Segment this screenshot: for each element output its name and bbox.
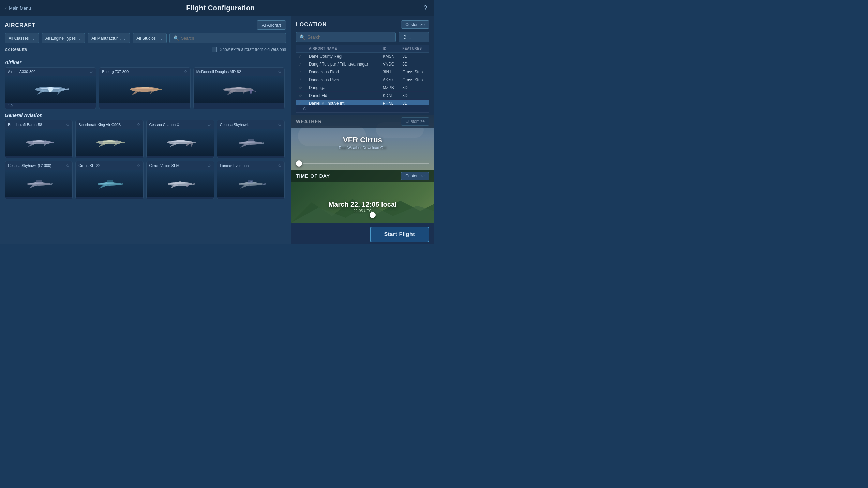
aircraft-card-lancair[interactable]: Lancair Evolution ☆	[217, 161, 285, 199]
airport-star-icon[interactable]: ☆	[299, 62, 302, 66]
tod-customize-button[interactable]: Customize	[401, 172, 429, 180]
back-label[interactable]: Main Menu	[9, 5, 31, 11]
airport-star-cell[interactable]: ☆	[296, 100, 306, 105]
airport-star-icon[interactable]: ☆	[299, 70, 302, 74]
engine-filter-label: All Engine Types	[45, 36, 76, 41]
aircraft-card-citx-header: Cessna Citation X ☆	[147, 120, 214, 129]
aircraft-card-sf50[interactable]: Cirrus Vision SF50 ☆	[146, 161, 214, 199]
aircraft-card-baron58[interactable]: Beechcraft Baron 58 ☆	[5, 120, 73, 158]
aircraft-search-box[interactable]: 🔍	[169, 33, 286, 43]
aircraft-card-c90b-star[interactable]: ☆	[137, 122, 140, 127]
tod-section-header: TIME OF DAY Customize	[291, 170, 434, 182]
airport-star-cell[interactable]: ☆	[296, 76, 306, 84]
aircraft-card-sf50-footer	[147, 197, 214, 199]
airport-table-body: ☆ Dane County Regl KMSN 3D ☆ Dang / Tuls…	[296, 53, 429, 105]
aircraft-card-citx[interactable]: Cessna Citation X ☆	[146, 120, 214, 158]
aircraft-card-baron58-footer	[5, 156, 72, 158]
airport-features-cell: 3D	[400, 92, 429, 100]
airport-table-row[interactable]: ☆ Daniel Fld KDNL 3D	[296, 92, 429, 100]
aircraft-card-lancair-star[interactable]: ☆	[278, 163, 282, 168]
airport-name-cell: Dangerous Field	[306, 68, 380, 76]
airport-table-header-row: AIRPORT NAME ID FEATURES	[296, 45, 429, 53]
location-id-filter[interactable]: ID ⌄	[399, 32, 429, 42]
airport-table-row[interactable]: ☆ Daniel K. Inouye Intl PHNL 3D	[296, 100, 429, 105]
location-customize-button[interactable]: Customize	[401, 20, 429, 29]
airport-star-icon[interactable]: ☆	[299, 86, 302, 90]
extra-aircraft-label: Show extra aircraft from old versions	[220, 47, 286, 52]
aircraft-card-skyhawk[interactable]: Cessna Skyhawk ☆	[217, 120, 285, 158]
svg-rect-62	[248, 180, 253, 183]
aircraft-card-skyhawk-star[interactable]: ☆	[278, 122, 282, 127]
aircraft-card-md82[interactable]: McDonnell Douglas MD-82 ☆	[193, 67, 285, 109]
airport-star-cell[interactable]: ☆	[296, 60, 306, 68]
airport-star-cell[interactable]: ☆	[296, 68, 306, 76]
ai-aircraft-button[interactable]: AI Aircraft	[257, 20, 286, 30]
airport-table-row[interactable]: ☆ Dangerous River AK70 Grass Strip	[296, 76, 429, 84]
aircraft-card-baron58-star[interactable]: ☆	[66, 122, 70, 127]
tod-content: March 22, 12:05 local 22:05 UTC	[291, 201, 434, 213]
studio-filter-label: All Studios	[136, 36, 156, 41]
class-filter-chevron: ⌄	[32, 36, 35, 41]
svg-rect-11	[142, 87, 149, 88]
engine-filter[interactable]: All Engine Types ⌄	[42, 33, 85, 43]
aircraft-card-a330[interactable]: Airbus A330-300 ☆ 1.0	[5, 67, 96, 109]
airport-features-cell: Grass Strip	[400, 76, 429, 84]
results-count: 22 Results	[5, 47, 27, 52]
start-flight-button[interactable]: Start Flight	[370, 227, 429, 242]
airport-star-icon[interactable]: ☆	[299, 54, 302, 58]
class-filter-label: All Classes	[9, 36, 29, 41]
airport-table-row[interactable]: ☆ Dangriga MZPB 3D	[296, 84, 429, 92]
location-search-icon: 🔍	[300, 34, 305, 40]
airport-table-head: AIRPORT NAME ID FEATURES	[296, 45, 429, 53]
aircraft-card-citx-name: Cessna Citation X	[149, 123, 179, 127]
aircraft-card-md82-star[interactable]: ☆	[278, 69, 282, 74]
airport-table-row[interactable]: ☆ Dangerous Field 3IN1 Grass Strip	[296, 68, 429, 76]
aircraft-card-skyhawk-g1000[interactable]: Cessna Skyhawk (G1000) ☆	[5, 161, 73, 199]
back-icon: ‹	[5, 5, 7, 11]
aircraft-scroll[interactable]: Airliner Airbus A330-300 ☆	[5, 57, 286, 240]
aircraft-card-lancair-header: Lancair Evolution ☆	[217, 161, 284, 170]
aircraft-card-a330-star[interactable]: ☆	[89, 69, 93, 74]
airport-star-icon[interactable]: ☆	[299, 94, 302, 98]
aircraft-card-sr22-star[interactable]: ☆	[137, 163, 140, 168]
aircraft-card-skyhawk-g1000-star[interactable]: ☆	[66, 163, 70, 168]
aircraft-card-md82-name: McDonnell Douglas MD-82	[196, 70, 241, 74]
airport-star-icon[interactable]: ☆	[299, 101, 302, 105]
aircraft-card-b737-header: Boeing 737-800 ☆	[99, 68, 190, 76]
airport-star-icon[interactable]: ☆	[299, 78, 302, 82]
aircraft-card-sr22[interactable]: Cirrus SR-22 ☆	[75, 161, 143, 199]
location-search-box[interactable]: 🔍	[296, 32, 396, 42]
class-filter[interactable]: All Classes ⌄	[5, 33, 39, 43]
manufacturer-filter-chevron: ⌄	[123, 36, 126, 41]
weather-slider-dot[interactable]	[296, 160, 302, 167]
airport-star-cell[interactable]: ☆	[296, 84, 306, 92]
back-button[interactable]: ‹ Main Menu	[5, 5, 31, 11]
aircraft-card-b737[interactable]: Boeing 737-800 ☆	[99, 67, 190, 109]
location-search-input[interactable]	[308, 35, 392, 40]
help-icon[interactable]: ?	[422, 3, 429, 13]
tod-title: TIME OF DAY	[296, 173, 330, 179]
extra-aircraft-checkbox[interactable]	[212, 47, 217, 52]
aircraft-card-b737-star[interactable]: ☆	[184, 69, 188, 74]
studio-filter[interactable]: All Studios ⌄	[133, 33, 167, 43]
start-flight-bar: Start Flight	[291, 223, 434, 244]
aircraft-card-sf50-star[interactable]: ☆	[207, 163, 211, 168]
airport-features-cell: Grass Strip	[400, 68, 429, 76]
baron58-plane-svg	[22, 132, 56, 153]
airport-table-row[interactable]: ☆ Dane County Regl KMSN 3D	[296, 53, 429, 60]
settings-icon[interactable]: ⚌	[410, 3, 418, 13]
aircraft-search-input[interactable]	[181, 36, 282, 41]
location-header: LOCATION Customize	[296, 20, 429, 29]
aircraft-card-skyhawk-g1000-footer	[5, 197, 72, 199]
airport-star-cell[interactable]: ☆	[296, 53, 306, 60]
airport-star-cell[interactable]: ☆	[296, 92, 306, 100]
airport-table-row[interactable]: ☆ Dang / Tulsipur / Tribhuvannagar VNDG …	[296, 60, 429, 68]
aircraft-card-citx-star[interactable]: ☆	[207, 122, 211, 127]
airport-table-wrap[interactable]: AIRPORT NAME ID FEATURES ☆ Dane County R…	[296, 45, 429, 105]
aircraft-card-c90b[interactable]: Beechcraft King Air C90B ☆	[75, 120, 143, 158]
weather-slider[interactable]	[291, 160, 434, 167]
tod-slider[interactable]	[291, 219, 434, 219]
manufacturer-filter[interactable]: All Manufactur... ⌄	[88, 33, 130, 43]
skyhawk-plane-svg	[234, 132, 268, 153]
extra-aircraft-toggle[interactable]: Show extra aircraft from old versions	[212, 47, 286, 52]
